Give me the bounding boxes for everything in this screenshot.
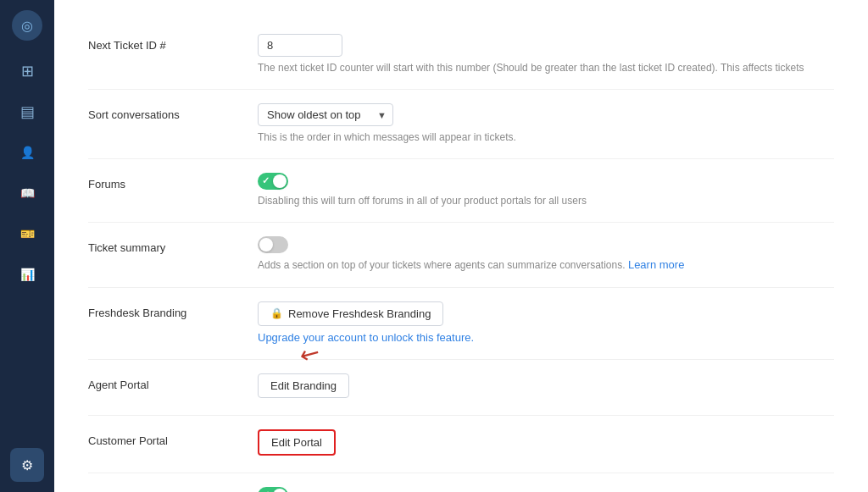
next-ticket-row: Next Ticket ID # The next ticket ID coun…: [88, 20, 834, 90]
freshdesk-branding-description: Upgrade your account to unlock this feat…: [258, 329, 834, 346]
chat-support-toggle[interactable]: ✓: [258, 487, 288, 492]
sort-control: Show oldest on top Show newest on top ▼: [258, 103, 834, 126]
lock-icon: 🔒: [270, 307, 283, 319]
agent-portal-row: Agent Portal Edit Branding ↙: [88, 360, 834, 416]
ticket-summary-row: Ticket summary Adds a section on top of …: [88, 223, 834, 288]
customer-portal-control: Edit Portal: [258, 429, 834, 456]
ticket-summary-learn-more-link[interactable]: Learn more: [628, 258, 684, 271]
sidebar-item-contacts[interactable]: 👤: [10, 135, 44, 169]
sort-conversations-row: Sort conversations Show oldest on top Sh…: [88, 90, 834, 159]
agent-portal-control: Edit Branding ↙: [258, 373, 834, 398]
chat-support-content: ✓ Allow agents to reach Freshdesk suppor…: [258, 487, 834, 492]
sidebar: ◎ ⊞ ▤ 👤 📖 🎫 📊 ⚙: [0, 0, 54, 492]
sidebar-item-knowledge[interactable]: 📖: [10, 176, 44, 210]
sidebar-item-settings[interactable]: ⚙: [10, 448, 44, 482]
freshdesk-branding-control: 🔒 Remove Freshdesk Branding: [258, 301, 834, 326]
customer-portal-label: Customer Portal: [88, 429, 258, 447]
sidebar-item-inbox[interactable]: ▤: [10, 95, 44, 129]
upgrade-link[interactable]: Upgrade your account to unlock this feat…: [258, 331, 474, 344]
agent-portal-content: Edit Branding ↙: [258, 373, 834, 401]
forums-toggle[interactable]: ✓: [258, 173, 288, 190]
forums-row: Forums ✓ Disabling this will turn off fo…: [88, 159, 834, 223]
ticket-summary-description: Adds a section on top of your tickets wh…: [258, 257, 834, 274]
reports-icon: 📊: [20, 268, 35, 281]
edit-branding-label: Edit Branding: [270, 379, 337, 392]
ticket-summary-label: Ticket summary: [88, 236, 258, 254]
freshdesk-branding-row: Freshdesk Branding 🔒 Remove Freshdesk Br…: [88, 288, 834, 361]
edit-portal-button[interactable]: Edit Portal: [258, 429, 336, 456]
sort-select-wrapper: Show oldest on top Show newest on top ▼: [258, 103, 393, 126]
edit-portal-label: Edit Portal: [271, 436, 322, 449]
customer-portal-content: Edit Portal: [258, 429, 834, 459]
remove-branding-label: Remove Freshdesk Branding: [288, 307, 431, 320]
chat-support-row: Chat Support ✓ Allow agents to reach Fre…: [88, 473, 834, 492]
forums-label: Forums: [88, 173, 258, 191]
next-ticket-input[interactable]: [258, 34, 342, 57]
remove-branding-button[interactable]: 🔒 Remove Freshdesk Branding: [258, 301, 443, 326]
inbox-icon: ▤: [20, 102, 35, 121]
knowledge-icon: 📖: [20, 186, 35, 200]
freshdesk-branding-label: Freshdesk Branding: [88, 301, 258, 319]
logo-icon: ◎: [21, 18, 33, 34]
forums-control: ✓: [258, 173, 834, 190]
forums-toggle-knob: [273, 174, 287, 188]
sidebar-item-reports[interactable]: 📊: [10, 257, 44, 291]
tickets-icon: 🎫: [20, 227, 35, 240]
sort-description: This is the order in which messages will…: [258, 130, 834, 145]
contacts-icon: 👤: [20, 146, 35, 159]
ticket-summary-content: Adds a section on top of your tickets wh…: [258, 236, 834, 274]
chat-support-toggle-knob: [273, 489, 287, 492]
home-icon: ⊞: [21, 62, 34, 80]
ticket-summary-control: [258, 236, 834, 253]
next-ticket-control: [258, 34, 834, 57]
chat-support-control: ✓: [258, 487, 834, 492]
sidebar-item-home[interactable]: ⊞: [10, 54, 44, 88]
freshdesk-branding-content: 🔒 Remove Freshdesk Branding Upgrade your…: [258, 301, 834, 346]
customer-portal-row: Customer Portal Edit Portal: [88, 416, 834, 473]
logo[interactable]: ◎: [12, 10, 42, 41]
forums-content: ✓ Disabling this will turn off forums in…: [258, 173, 834, 208]
agent-portal-label: Agent Portal: [88, 373, 258, 391]
edit-branding-button[interactable]: Edit Branding: [258, 373, 349, 398]
ticket-summary-toggle-knob: [259, 238, 273, 252]
ticket-summary-toggle[interactable]: [258, 236, 288, 253]
forums-check-icon: ✓: [262, 175, 270, 186]
ticket-summary-desc-text: Adds a section on top of your tickets wh…: [258, 259, 626, 271]
next-ticket-label: Next Ticket ID #: [88, 34, 258, 52]
sort-content: Show oldest on top Show newest on top ▼ …: [258, 103, 834, 145]
main-content: Next Ticket ID # The next ticket ID coun…: [54, 0, 868, 492]
arrow-container: Edit Branding ↙: [258, 373, 349, 398]
sort-label: Sort conversations: [88, 103, 258, 121]
forums-description: Disabling this will turn off forums in a…: [258, 193, 834, 208]
sidebar-item-tickets[interactable]: 🎫: [10, 217, 44, 251]
sort-select[interactable]: Show oldest on top Show newest on top: [258, 103, 393, 126]
next-ticket-content: The next ticket ID counter will start wi…: [258, 34, 834, 75]
chat-support-label: Chat Support: [88, 487, 258, 492]
next-ticket-description: The next ticket ID counter will start wi…: [258, 60, 834, 75]
settings-icon: ⚙: [21, 457, 33, 473]
